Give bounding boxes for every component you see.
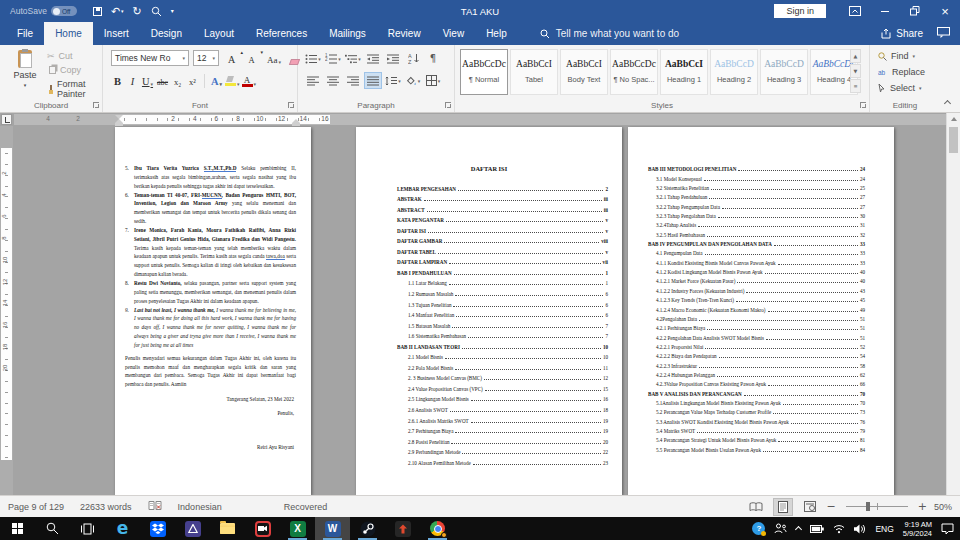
taskbar-chrome[interactable] [420, 517, 455, 540]
decrease-indent-icon[interactable] [364, 50, 382, 67]
clipboard-dialog-launcher-icon[interactable] [93, 102, 99, 108]
language-tray[interactable]: ENG [875, 524, 893, 534]
action-center-icon[interactable] [941, 523, 954, 534]
select-button[interactable]: Select▾ [878, 83, 922, 93]
style-tabel[interactable]: AaBbCcITabel [510, 49, 558, 95]
style-heading-1[interactable]: AaBbCcIHeading 1 [660, 49, 708, 95]
numbering-icon[interactable]: 12▾ [324, 50, 342, 67]
bold-button[interactable]: B [111, 72, 124, 89]
recovered-badge[interactable]: Recovered [284, 502, 328, 512]
taskbar-excel[interactable]: X [280, 517, 315, 540]
align-left-icon[interactable] [304, 72, 322, 89]
style-body-text[interactable]: AaBbCcIBody Text [560, 49, 608, 95]
change-case-button[interactable]: Aa▾ [267, 50, 281, 67]
superscript-button[interactable]: x² [186, 72, 199, 89]
autosave-toggle[interactable]: AutoSave Off [10, 6, 77, 16]
styles-dialog-launcher-icon[interactable] [860, 102, 866, 108]
close-icon[interactable]: × [930, 0, 960, 22]
page-indicator[interactable]: Page 9 of 129 [8, 502, 64, 512]
help-tray-icon[interactable]: ? [752, 522, 765, 535]
language-indicator[interactable]: Indonesian [178, 502, 222, 512]
read-mode-icon[interactable] [746, 498, 766, 516]
speaker-icon[interactable] [854, 524, 866, 534]
strikethrough-button[interactable]: abc [156, 72, 169, 89]
word-count[interactable]: 22633 words [80, 502, 132, 512]
multilevel-list-icon[interactable]: ▾ [344, 50, 362, 67]
proofing-status-icon[interactable] [148, 500, 162, 513]
zoom-in-icon[interactable]: + [918, 500, 927, 513]
find-button[interactable]: Find▾ [878, 51, 915, 61]
comments-icon[interactable] [937, 27, 950, 40]
toc-page-1[interactable]: DAFTAR ISI LEMBAR PENGESAHAN2ABSTRAKiiiA… [356, 127, 622, 495]
copy-button[interactable]: Copy [47, 65, 102, 75]
taskbar-dropbox[interactable] [140, 517, 175, 540]
tab-mailings[interactable]: Mailings [318, 22, 377, 45]
zoom-out-icon[interactable]: − [827, 500, 836, 513]
styles-more-icon[interactable]: ≡ [850, 79, 861, 93]
taskbar-word[interactable]: W [315, 517, 350, 540]
taskbar-screen-recorder[interactable] [245, 517, 280, 540]
people-icon[interactable] [774, 523, 787, 534]
page-kata-pengantar[interactable]: 5.Ibu Tiara Verita Yuzrica S.T.,M.T.,Ph.… [115, 127, 311, 495]
battery-icon[interactable] [810, 525, 824, 533]
font-size-select[interactable]: 12▾ [193, 50, 219, 66]
paragraph-dialog-launcher-icon[interactable] [445, 102, 451, 108]
styles-scroll-up-icon[interactable]: ▲ [850, 49, 861, 63]
print-layout-icon[interactable] [773, 498, 793, 516]
format-painter-button[interactable]: Format Painter [47, 79, 102, 99]
style-heading-2[interactable]: AaBbCcDHeading 2 [710, 49, 758, 95]
tab-design[interactable]: Design [140, 22, 193, 45]
web-layout-icon[interactable] [800, 498, 820, 516]
grow-font-button[interactable]: A [225, 50, 238, 67]
scroll-up-icon[interactable] [951, 117, 957, 121]
font-color-button[interactable]: A▾ [242, 72, 257, 89]
style--normal[interactable]: AaBbCcDc¶ Normal [460, 49, 508, 95]
font-dialog-launcher-icon[interactable] [288, 102, 294, 108]
task-view-button[interactable] [70, 517, 105, 540]
wifi-icon[interactable] [833, 524, 845, 534]
print-preview-icon[interactable] [151, 6, 162, 17]
align-center-icon[interactable] [324, 72, 342, 89]
taskbar-upload-app[interactable] [385, 517, 420, 540]
scrollbar-thumb[interactable] [949, 127, 958, 153]
share-button[interactable]: Share [880, 28, 923, 39]
toc-page-2[interactable]: BAB III METODOLOGI PENELITIAN243.1 Model… [628, 127, 894, 495]
tab-help[interactable]: Help [475, 22, 518, 45]
align-right-icon[interactable] [344, 72, 362, 89]
highlight-color-button[interactable]: ▾ [225, 72, 240, 89]
taskbar-steam[interactable] [350, 517, 385, 540]
zoom-level[interactable]: 50% [934, 502, 952, 512]
sign-in-button[interactable]: Sign in [774, 4, 826, 18]
text-effects-button[interactable]: A▾ [210, 72, 223, 89]
cut-button[interactable]: ✂Cut [47, 51, 102, 61]
styles-scroll-down-icon[interactable]: ▼ [850, 64, 861, 78]
subscript-button[interactable]: x₂ [171, 72, 184, 89]
tab-layout[interactable]: Layout [193, 22, 245, 45]
style--no-spac-[interactable]: AaBbCcDc¶ No Spac... [610, 49, 658, 95]
undo-icon[interactable]: ↶▾ [111, 6, 124, 17]
taskbar-edge[interactable]: e [105, 517, 140, 540]
italic-button[interactable]: I [126, 72, 139, 89]
bullets-icon[interactable]: ▾ [304, 50, 322, 67]
paste-button[interactable]: Paste ▾ [8, 50, 42, 88]
shading-icon[interactable]: ▾ [404, 72, 422, 89]
vertical-scrollbar[interactable] [946, 113, 960, 495]
sort-icon[interactable]: AZ [404, 50, 422, 67]
tab-home[interactable]: Home [44, 22, 93, 45]
save-icon[interactable] [93, 7, 102, 16]
zoom-slider-thumb[interactable] [866, 502, 870, 511]
borders-icon[interactable]: ▾ [424, 72, 442, 89]
line-spacing-icon[interactable]: ▾ [384, 72, 402, 89]
tab-insert[interactable]: Insert [93, 22, 140, 45]
replace-button[interactable]: ab Replace [878, 67, 925, 77]
shrink-font-button[interactable]: A [245, 50, 258, 67]
customize-qat-icon[interactable]: ▾ [171, 8, 174, 14]
clock[interactable]: 9:19 AM 5/9/2024 [903, 520, 932, 538]
tab-references[interactable]: References [245, 22, 318, 45]
start-button[interactable] [0, 517, 35, 540]
redo-icon[interactable]: ↻ [133, 6, 142, 17]
justify-icon[interactable] [364, 72, 382, 89]
tell-me-search[interactable]: Tell me what you want to do [540, 22, 679, 45]
tab-selector[interactable] [1, 114, 12, 125]
style-heading-3[interactable]: AaBbCcDHeading 3 [760, 49, 808, 95]
